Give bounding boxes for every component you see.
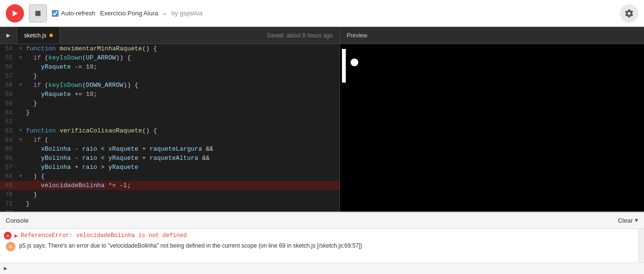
- tab-sketchjs[interactable]: sketch.js: [17, 27, 60, 44]
- author-label: by gspsilva: [171, 10, 202, 17]
- console-bottom-bar: ▶: [0, 262, 644, 274]
- table-row: 64 ▼ if (: [0, 135, 340, 144]
- table-row: 67 yBolinha + raio > yRaquete: [0, 163, 340, 172]
- auto-refresh-checkbox[interactable]: [52, 10, 59, 17]
- error-x-icon: ✕: [4, 232, 12, 239]
- table-row: 55 ▼ if (keyIsDown(UP_ARROW)) {: [0, 53, 340, 62]
- console-scrollbar[interactable]: [638, 229, 644, 262]
- console-area: Console Clear ▼ ✕ ▶ ReferenceError: velo…: [0, 212, 644, 274]
- console-chevron-icon[interactable]: ▼: [635, 217, 638, 224]
- tab-bar: ▶ sketch.js Saved: about 8 hours ago: [0, 27, 340, 44]
- svg-marker-0: [13, 11, 18, 16]
- console-error-line: ✕ ▶ ReferenceError: velocidadeBolinha is…: [4, 232, 634, 239]
- stop-button[interactable]: [29, 4, 47, 23]
- code-editor: 54 ▼ function movimentarMinhaRaquete() {…: [0, 44, 340, 212]
- saved-status: Saved: about 8 hours ago: [267, 32, 333, 39]
- table-row: 59 yRaquete += 10;: [0, 90, 340, 99]
- line-code: function movimentarMinhaRaquete() {: [24, 44, 340, 53]
- console-header: Console Clear ▼: [0, 213, 644, 229]
- table-row: 58 ▼ if (keyIsDown(DOWN_ARROW)) {: [0, 81, 340, 90]
- preview-canvas: [340, 44, 644, 212]
- console-body[interactable]: ✕ ▶ ReferenceError: velocidadeBolinha is…: [0, 229, 644, 262]
- toolbar: Auto-refresh Exercício Pong Alura ✏️ by …: [0, 0, 644, 27]
- preview-panel: Preview: [340, 27, 644, 212]
- p5-warning-text: p5.js says: There's an error due to "vel…: [19, 241, 362, 250]
- table-row: 70 }: [0, 190, 340, 199]
- main-content: ▶ sketch.js Saved: about 8 hours ago: [0, 27, 644, 274]
- sidebar-toggle[interactable]: ▶: [0, 27, 17, 44]
- settings-button[interactable]: [620, 4, 638, 23]
- table-row: 69 velocidadeBolinha *= -1;: [0, 181, 340, 190]
- error-message: ReferenceError: velocidadeBolinha is not…: [21, 232, 187, 239]
- table-row: 57 }: [0, 71, 340, 81]
- tab-label: sketch.js: [24, 32, 47, 39]
- line-arrow: ▼: [17, 44, 24, 53]
- preview-title: Preview: [347, 32, 367, 39]
- preview-header: Preview: [340, 27, 644, 44]
- project-name: Exercício Pong Alura: [100, 10, 158, 17]
- table-row: 60 }: [0, 99, 340, 108]
- p5-warning-icon: ✿: [6, 242, 15, 251]
- table-row: 61 }: [0, 108, 340, 117]
- edit-icon[interactable]: ✏️: [163, 10, 167, 17]
- tab-modified-indicator: [49, 34, 53, 37]
- preview-paddle: [342, 49, 346, 83]
- p5-warning: ✿ p5.js says: There's an error due to "v…: [4, 241, 634, 251]
- table-row: 63 ▼ function verificaColisaoRaquete() {: [0, 126, 340, 135]
- table-row: 65 xBolinha - raio < xRaquete + raqueteL…: [0, 144, 340, 154]
- code-scroll[interactable]: 54 ▼ function movimentarMinhaRaquete() {…: [0, 44, 340, 212]
- preview-ball: [351, 59, 358, 66]
- auto-refresh-label: Auto-refresh: [52, 10, 96, 17]
- table-row: 62: [0, 117, 340, 126]
- console-expand-icon[interactable]: ▶: [4, 265, 7, 272]
- tab-right-info: Saved: about 8 hours ago: [60, 27, 340, 44]
- auto-refresh-text: Auto-refresh: [61, 10, 96, 17]
- console-title: Console: [6, 217, 618, 224]
- table-row: 54 ▼ function movimentarMinhaRaquete() {: [0, 44, 340, 53]
- svg-rect-1: [36, 11, 41, 16]
- editor-area: ▶ sketch.js Saved: about 8 hours ago: [0, 27, 644, 212]
- table-row: 56 yRaquete -= 10;: [0, 62, 340, 71]
- table-row: 71 }: [0, 199, 340, 208]
- error-arrow-icon[interactable]: ▶: [14, 232, 18, 239]
- table-row: 68 ▼ ) {: [0, 172, 340, 181]
- editor-panel: ▶ sketch.js Saved: about 8 hours ago: [0, 27, 340, 212]
- line-num: 54: [0, 44, 17, 53]
- table-row: 72: [0, 208, 340, 212]
- play-button[interactable]: [6, 4, 24, 23]
- code-table: 54 ▼ function movimentarMinhaRaquete() {…: [0, 44, 340, 212]
- console-content: ✕ ▶ ReferenceError: velocidadeBolinha is…: [0, 229, 638, 262]
- table-row: 66 yBolinha - raio < yRaquete + raqueteA…: [0, 154, 340, 163]
- clear-button[interactable]: Clear: [618, 217, 633, 224]
